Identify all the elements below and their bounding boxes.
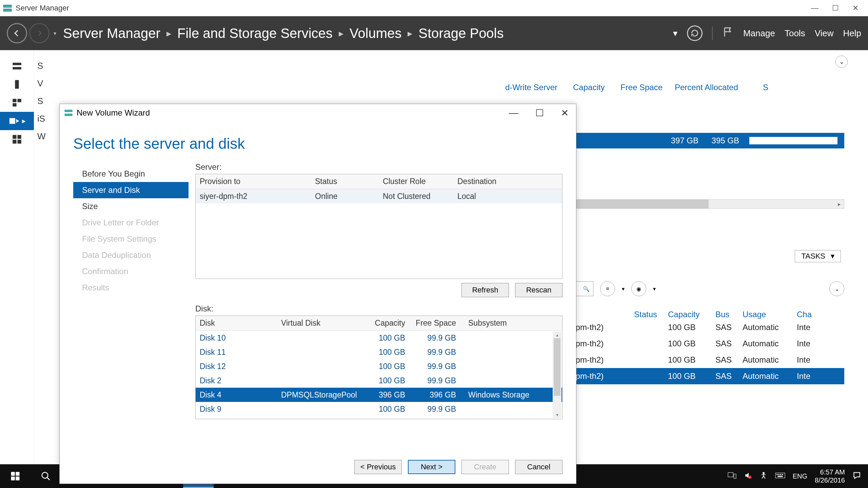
forward-button[interactable] (29, 23, 50, 43)
tray-accessibility-icon[interactable] (760, 471, 768, 481)
pool-row-percent-bar (749, 137, 837, 144)
left-nav-item[interactable]: iS (37, 110, 46, 127)
disk-row[interactable]: Disk 10100 GB99.9 GB (196, 331, 562, 345)
chevron-down-icon[interactable]: ▾ (653, 286, 656, 292)
maximize-button[interactable]: ☐ (832, 4, 839, 13)
cancel-button[interactable]: Cancel (515, 460, 563, 474)
left-nav-item[interactable]: V (37, 75, 46, 92)
left-nav-item[interactable]: W (37, 127, 46, 145)
wizard-step[interactable]: Server and Disk (73, 182, 189, 198)
wizard-minimize-button[interactable]: — (509, 107, 518, 119)
nav-disks-icon[interactable] (0, 94, 34, 112)
scroll-down-arrow[interactable]: ▾ (553, 411, 561, 418)
vd-row-capacity: 100 GB (668, 339, 715, 348)
server-col-cluster[interactable]: Cluster Role (379, 177, 453, 186)
disk-col-capacity[interactable]: Capacity (365, 319, 409, 328)
pool-column-percent[interactable]: Percent Allocated (675, 83, 756, 92)
chevron-down-icon[interactable]: ▾ (622, 286, 625, 292)
breadcrumb-item[interactable]: Storage Pools (418, 26, 504, 41)
server-row-provision: siyer-dpm-th2 (196, 192, 311, 201)
disk-row[interactable]: Disk 4DPMSQLStoragePool396 GB396 GBWindo… (196, 388, 562, 402)
disk-col-free[interactable]: Free Space (409, 319, 460, 328)
rescan-button[interactable]: Rescan (515, 283, 563, 297)
breadcrumb-dropdown[interactable]: ▾ (673, 28, 677, 39)
refresh-button[interactable] (687, 25, 703, 41)
svg-rect-9 (13, 135, 16, 139)
scrollbar-right-arrow[interactable]: ▸ (834, 200, 844, 208)
pool-column-free[interactable]: Free Space (620, 83, 668, 92)
tray-volume-icon[interactable]: x (744, 471, 752, 481)
nav-volumes-icon[interactable] (0, 75, 34, 94)
tray-devices-icon[interactable] (728, 472, 736, 481)
server-row-cluster: Not Clustered (379, 192, 453, 201)
disk-row[interactable]: Disk 11100 GB99.9 GB (196, 345, 562, 359)
disk-col-subsystem[interactable]: Subsystem (460, 319, 535, 328)
server-col-provision[interactable]: Provision to (196, 177, 311, 186)
nav-storage-pools-icon[interactable]: ▶ (0, 112, 34, 130)
disk-row[interactable]: Disk 2100 GB99.9 GB (196, 373, 562, 388)
wizard-maximize-button[interactable]: ☐ (535, 107, 544, 119)
tray-keyboard-icon[interactable] (775, 472, 785, 481)
disk-col-vdisk[interactable]: Virtual Disk (277, 319, 365, 328)
breadcrumb-item[interactable]: Volumes (350, 26, 401, 41)
close-button[interactable]: ✕ (852, 4, 859, 13)
menu-tools[interactable]: Tools (785, 28, 805, 39)
menu-view[interactable]: View (815, 28, 834, 39)
wizard-step[interactable]: Size (73, 198, 189, 215)
pool-column-s[interactable]: S (763, 83, 768, 92)
vd-col-ch[interactable]: Cha (797, 310, 817, 319)
tray-language[interactable]: ENG (793, 472, 807, 480)
breadcrumb-item[interactable]: File and Storage Services (177, 26, 333, 41)
svg-rect-16 (16, 472, 19, 476)
vd-group-button[interactable]: ◉ (631, 281, 646, 296)
wizard-close-button[interactable]: ✕ (561, 107, 569, 119)
vd-expand-button[interactable]: ⌄ (829, 281, 844, 296)
refresh-button[interactable]: Refresh (461, 283, 509, 297)
wizard-content: Server: Provision to Status Cluster Role… (195, 162, 563, 420)
left-nav-item[interactable]: S (37, 92, 46, 110)
previous-button[interactable]: < Previous (354, 460, 402, 474)
tray-time: 6:57 AM (815, 468, 845, 476)
scroll-up-arrow[interactable]: ▴ (553, 331, 561, 338)
nav-servers-icon[interactable] (0, 57, 34, 75)
vd-col-usage[interactable]: Usage (743, 310, 797, 319)
next-button[interactable]: Next > (408, 460, 455, 474)
nav-history-dropdown[interactable]: ▾ (54, 30, 56, 37)
server-col-status[interactable]: Status (311, 177, 379, 186)
svg-point-36 (763, 472, 765, 474)
vd-col-capacity[interactable]: Capacity (668, 310, 715, 319)
minimize-button[interactable]: — (811, 4, 818, 13)
scrollbar-thumb[interactable] (554, 338, 560, 396)
vd-col-status[interactable]: Status (634, 310, 668, 319)
vd-row-ch: Inte (797, 323, 817, 332)
disk-col-disk[interactable]: Disk (196, 319, 277, 328)
disk-scrollbar[interactable]: ▴ ▾ (553, 331, 561, 418)
menu-manage[interactable]: Manage (743, 28, 775, 39)
back-button[interactable] (7, 23, 27, 43)
panel-collapse-button[interactable]: ⌄ (835, 56, 848, 68)
server-row[interactable]: siyer-dpm-th2 Online Not Clustered Local (196, 189, 562, 203)
tray-notifications-icon[interactable] (852, 471, 861, 482)
vd-col-bus[interactable]: Bus (715, 310, 743, 319)
nav-shares-icon[interactable] (0, 130, 34, 148)
server-col-dest[interactable]: Destination (453, 177, 521, 186)
left-nav-item[interactable]: S (37, 57, 46, 75)
svg-rect-1 (3, 9, 11, 11)
create-button[interactable]: Create (461, 460, 509, 474)
notifications-flag-icon[interactable] (722, 26, 734, 40)
tray-clock[interactable]: 6:57 AM 8/26/2016 (815, 468, 845, 484)
disk-row[interactable]: Disk 12100 GB99.9 GB (196, 359, 562, 373)
svg-rect-6 (17, 99, 21, 102)
pool-column-capacity[interactable]: Capacity (573, 83, 614, 92)
pool-column-rwserver[interactable]: d-Write Server (505, 83, 557, 92)
search-button[interactable] (31, 464, 61, 488)
tasks-dropdown[interactable]: TASKS ▾ (795, 250, 841, 262)
wizard-step[interactable]: Before You Begin (73, 166, 189, 182)
vd-filter-button[interactable]: ≡ (600, 281, 615, 296)
breadcrumb-root[interactable]: Server Manager (63, 26, 160, 41)
menu-help[interactable]: Help (843, 28, 861, 39)
chevron-right-icon: ▸ (166, 28, 171, 39)
start-button[interactable] (0, 464, 31, 488)
disk-row-disk: Disk 11 (196, 348, 277, 357)
disk-row[interactable]: Disk 9100 GB99.9 GB (196, 402, 562, 416)
